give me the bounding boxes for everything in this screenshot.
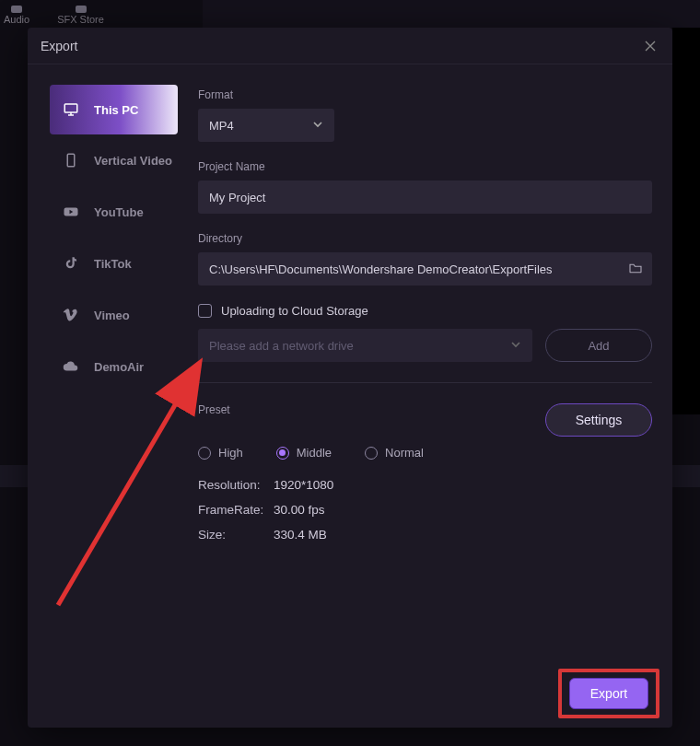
sidebar-item-label: Vertical Video [94,154,172,168]
chevron-down-icon [312,119,323,133]
sidebar-item-vimeo[interactable]: Vimeo [50,289,178,341]
youtube-icon [63,204,79,220]
sfx-icon [76,6,87,13]
sidebar-item-label: TikTok [94,257,132,271]
network-drive-select[interactable]: Please add a network drive [198,329,532,362]
sidebar-item-youtube[interactable]: YouTube [50,186,178,238]
browse-folder-button[interactable] [628,262,643,277]
audio-icon [11,6,22,13]
export-highlight: Export [558,669,659,718]
export-button[interactable]: Export [569,678,648,709]
format-label: Format [198,88,652,101]
preset-radio-high[interactable]: High [198,446,243,460]
info-value: 1920*1080 [274,478,333,492]
chevron-down-icon [510,339,521,353]
cloud-icon [63,358,79,375]
preset-radio-middle[interactable]: Middle [276,446,332,460]
info-key: Size: [198,528,274,542]
export-sidebar: This PC Vertical Video YouTube TikTok [28,64,189,728]
phone-icon [63,152,79,169]
sidebar-item-tiktok[interactable]: TikTok [50,238,178,289]
bg-toolbar: Audio SFX Store [0,0,104,28]
sidebar-item-label: Vimeo [94,309,130,322]
radio-icon [198,447,211,460]
sidebar-item-vertical-video[interactable]: Vertical Video [50,134,178,186]
directory-label: Directory [198,232,652,245]
preset-label: Preset [198,403,230,416]
sidebar-item-label: This PC [94,103,138,117]
info-value: 30.00 fps [274,503,325,517]
monitor-icon [63,101,79,118]
network-drive-placeholder: Please add a network drive [209,339,354,353]
preset-radio-group: High Middle Normal [198,446,652,460]
project-name-input[interactable]: My Project [198,181,652,214]
cloud-upload-label: Uploading to Cloud Storage [221,304,368,318]
vimeo-icon [63,307,79,323]
radio-label: Middle [297,446,332,460]
radio-icon [365,447,378,460]
bg-preview-edge [672,28,700,414]
radio-label: High [218,446,243,460]
cloud-upload-checkbox[interactable] [198,304,212,318]
export-form: Format MP4 Project Name My Project Direc… [189,64,672,728]
directory-value: C:\Users\HF\Documents\Wondershare DemoCr… [209,262,553,276]
info-key: Resolution: [198,478,274,492]
radio-icon [276,447,289,460]
folder-icon [628,262,643,274]
bg-top-strip [203,0,700,28]
divider [198,382,652,383]
info-value: 330.4 MB [274,528,327,542]
svg-rect-0 [64,104,77,112]
modal-title: Export [41,39,77,53]
preset-settings-button[interactable]: Settings [545,403,652,437]
tiktok-icon [63,255,79,272]
project-name-label: Project Name [198,160,652,173]
sidebar-item-demoair[interactable]: DemoAir [50,341,178,392]
bg-sfx-tab[interactable]: SFX Store [57,6,104,25]
bg-audio-tab[interactable]: Audio [4,6,29,25]
info-resolution: Resolution: 1920*1080 [198,478,652,492]
bg-sfx-label: SFX Store [57,14,104,25]
close-button[interactable] [641,37,659,55]
sidebar-item-label: DemoAir [94,360,144,374]
close-icon [645,41,656,52]
preset-radio-normal[interactable]: Normal [365,446,424,460]
info-size: Size: 330.4 MB [198,528,652,542]
export-modal: Export This PC Vertical Video [28,28,672,728]
radio-label: Normal [385,446,424,460]
format-value: MP4 [209,119,234,133]
modal-header: Export [28,28,672,64]
svg-rect-1 [67,154,75,167]
directory-input[interactable]: C:\Users\HF\Documents\Wondershare DemoCr… [198,252,652,286]
project-name-value: My Project [209,191,265,204]
info-framerate: FrameRate: 30.00 fps [198,503,652,517]
format-select[interactable]: MP4 [198,109,334,142]
add-network-button[interactable]: Add [545,329,652,362]
info-key: FrameRate: [198,503,274,517]
sidebar-item-this-pc[interactable]: This PC [50,85,178,134]
bg-audio-label: Audio [4,14,29,25]
sidebar-item-label: YouTube [94,205,144,219]
